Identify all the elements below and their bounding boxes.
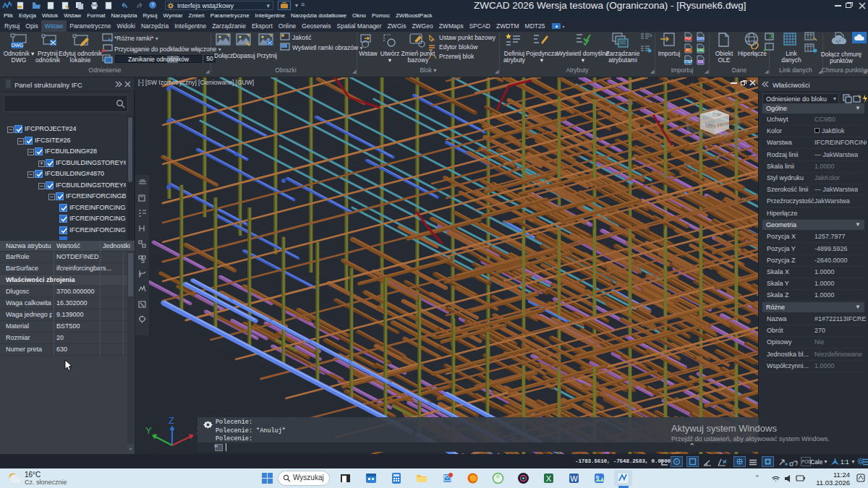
svg-text:DAE: DAE bbox=[697, 48, 704, 52]
svg-text:X: X bbox=[546, 474, 552, 483]
svg-text:Z: Z bbox=[169, 415, 174, 426]
svg-text:STEP: STEP bbox=[684, 60, 693, 64]
svg-text:IGS: IGS bbox=[698, 60, 704, 64]
svg-text:PDF: PDF bbox=[685, 37, 692, 40]
svg-text:DGN: DGN bbox=[697, 37, 705, 40]
svg-text:Y: Y bbox=[145, 425, 152, 436]
svg-text:IFC: IFC bbox=[686, 48, 692, 52]
svg-text:DWG: DWG bbox=[11, 43, 23, 48]
svg-text:W: W bbox=[570, 474, 578, 483]
